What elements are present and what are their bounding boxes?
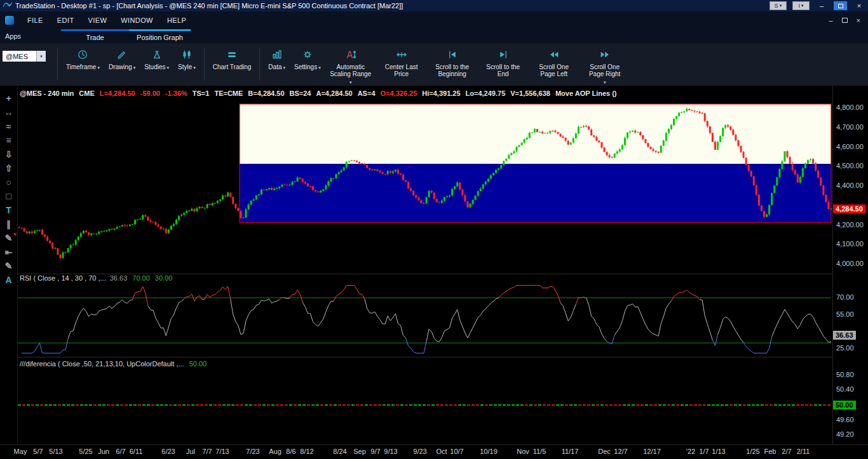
time-tick-label: 11/5 bbox=[533, 448, 546, 455]
style-button[interactable]: Style▾ bbox=[173, 43, 200, 71]
time-tick-label: 7/13 bbox=[215, 448, 229, 455]
close-button[interactable]: × bbox=[853, 2, 865, 10]
line-tools-tool[interactable]: ≡ bbox=[0, 133, 17, 147]
automatic-scaling-range-button[interactable]: Automatic Scaling Range▾ bbox=[325, 43, 376, 86]
symbol-input[interactable]: @MES ▾ bbox=[3, 51, 46, 62]
time-tick-label: Nov bbox=[517, 448, 529, 455]
drawing-toolbar: +↔≈≡⇩⇧○□T∥✎×⇤✎A bbox=[0, 86, 18, 444]
chart-canvas[interactable] bbox=[18, 86, 832, 444]
mdi-minimize-button[interactable]: – bbox=[829, 17, 832, 24]
timeframe-button[interactable]: Timeframe▾ bbox=[62, 43, 104, 71]
settings-button[interactable]: Settings▾ bbox=[290, 43, 325, 71]
drawing-button[interactable]: Drawing▾ bbox=[104, 43, 140, 71]
time-tick-label: 8/24 bbox=[333, 448, 346, 455]
chevron-down-icon[interactable]: ▾ bbox=[349, 79, 352, 86]
apps-label[interactable]: Apps bbox=[5, 32, 21, 40]
data-button[interactable]: Data▾ bbox=[264, 43, 290, 71]
pointer-move-tool[interactable]: ↔ bbox=[0, 105, 17, 119]
chart-trading-button[interactable]: Chart Trading bbox=[208, 43, 256, 70]
center-last-price-icon bbox=[396, 50, 407, 61]
auto-label-icon: A bbox=[5, 275, 11, 285]
titlebar-controls: S▾ I▾ – × bbox=[764, 1, 865, 11]
price-tick-label: 4,500.00 bbox=[836, 162, 864, 170]
chart-area[interactable]: @MES - 240 minCMEL=4,284.50-59.00-1.36%T… bbox=[18, 86, 832, 444]
parallel-lines-icon: ∥ bbox=[6, 219, 11, 229]
freehand-tool[interactable]: ≈ bbox=[0, 119, 17, 133]
price-tick-label: 49.60 bbox=[836, 416, 854, 424]
snap-left-tool[interactable]: ⇤ bbox=[0, 245, 17, 259]
pointer-move-icon: ↔ bbox=[4, 107, 13, 117]
time-tick-label: 11/17 bbox=[562, 448, 579, 455]
expand-down-icon: ⇩ bbox=[5, 149, 13, 159]
diferencia-indicator-label[interactable]: ///diferencia ( Close ,50, 21,13,10, UpC… bbox=[20, 360, 207, 368]
indicator-dropdown-button[interactable]: I▾ bbox=[792, 1, 810, 10]
price-tick-label: 4,100.00 bbox=[836, 240, 864, 248]
time-tick-label: Aug bbox=[269, 448, 281, 455]
center-last-price-button[interactable]: Center Last Price bbox=[376, 43, 427, 77]
text-tool[interactable]: T bbox=[0, 203, 17, 217]
symbol-dropdown-icon[interactable]: ▾ bbox=[36, 51, 46, 62]
crosshair-tool[interactable]: + bbox=[0, 91, 17, 105]
rectangle-icon: □ bbox=[6, 191, 11, 201]
time-tick-label: 2/11 bbox=[797, 448, 810, 455]
automatic-scaling-range-icon bbox=[345, 50, 356, 61]
status-segment: Move AOP Lines () bbox=[555, 90, 617, 97]
price-tick-label: 50.40 bbox=[836, 385, 854, 394]
tradestation-window: TradeStation - Desktop #1 - sp - [Chart … bbox=[0, 0, 868, 459]
time-tick-label: 8/12 bbox=[300, 448, 313, 455]
time-axis[interactable]: May5/75/135/25Jun6/76/116/23Jul7/77/137/… bbox=[0, 444, 868, 459]
text-icon: T bbox=[6, 205, 11, 215]
maximize-icon bbox=[838, 4, 843, 8]
toolbar-buttons: Timeframe▾Drawing▾Studies▾Style▾Chart Tr… bbox=[53, 43, 630, 86]
maximize-button[interactable] bbox=[834, 1, 847, 10]
mdi-close-button[interactable]: × bbox=[857, 17, 860, 24]
tradestation-logo-icon bbox=[3, 2, 12, 10]
chevron-down-icon[interactable]: ▾ bbox=[604, 79, 606, 86]
toolbar-separator bbox=[204, 48, 205, 81]
expand-down-tool[interactable]: ⇩ bbox=[0, 147, 17, 161]
scroll-one-page-left-icon bbox=[548, 50, 560, 61]
status-segment: TE=CME bbox=[214, 90, 243, 97]
parallel-lines-tool[interactable]: ∥ bbox=[0, 217, 17, 231]
toolbar-separator bbox=[259, 48, 260, 81]
price-tick-label: 4,600.00 bbox=[836, 143, 864, 151]
aop-rectangle bbox=[240, 104, 831, 223]
menu-view[interactable]: VIEW bbox=[81, 17, 114, 24]
rectangle-tool[interactable]: □ bbox=[0, 189, 17, 203]
expand-up-tool[interactable]: ⇧ bbox=[0, 161, 17, 175]
delete-drawing-tool[interactable]: ✎× bbox=[0, 231, 17, 245]
scroll-one-page-right-button[interactable]: Scroll One Page Right▾ bbox=[580, 43, 630, 86]
menu-file[interactable]: FILE bbox=[20, 17, 50, 24]
price-tick-label: 50.80 bbox=[836, 371, 854, 379]
time-tick-label: 7/7 bbox=[202, 448, 212, 455]
mdi-window-controls: – × bbox=[829, 17, 860, 24]
menu-help[interactable]: HELP bbox=[160, 17, 193, 24]
scroll-one-page-left-button[interactable]: Scroll One Page Left bbox=[529, 43, 580, 77]
scroll-to-end-button[interactable]: Scroll to the End bbox=[478, 43, 529, 77]
rsi-panel bbox=[18, 285, 831, 353]
status-segment: AS=4 bbox=[358, 90, 376, 97]
status-segment: TS=1 bbox=[193, 90, 210, 97]
price-tick-label: 25.00 bbox=[836, 344, 854, 352]
rsi-indicator-label[interactable]: RSI ( Close , 14 , 30 , 70 ,...36.6370.0… bbox=[20, 274, 172, 282]
chevron-down-icon: ▾ bbox=[801, 3, 804, 8]
studies-button[interactable]: Studies▾ bbox=[140, 43, 173, 71]
minimize-button[interactable]: – bbox=[816, 2, 827, 10]
eraser-tool[interactable]: ✎ bbox=[0, 259, 17, 273]
auto-label-tool[interactable]: A bbox=[0, 273, 17, 287]
menu-window[interactable]: WINDOW bbox=[114, 17, 160, 24]
tab-position-graph[interactable]: Position Graph bbox=[129, 29, 191, 43]
time-tick-label: May bbox=[14, 448, 27, 455]
time-tick-label: 6/11 bbox=[130, 448, 143, 455]
chevron-down-icon: ▾ bbox=[283, 65, 285, 70]
mdi-restore-button[interactable] bbox=[842, 18, 848, 23]
diferencia-value-badge: 50.00 bbox=[833, 401, 856, 409]
price-axis[interactable]: 4,800.004,700.004,600.004,500.004,400.00… bbox=[832, 86, 868, 444]
status-segment: -59.00 bbox=[140, 90, 160, 97]
strategy-dropdown-button[interactable]: S▾ bbox=[770, 1, 787, 10]
freehand-icon: ≈ bbox=[6, 121, 11, 131]
ellipse-tool[interactable]: ○ bbox=[0, 175, 17, 189]
menu-edit[interactable]: EDIT bbox=[50, 17, 81, 24]
tab-trade[interactable]: Trade bbox=[61, 29, 129, 43]
scroll-to-beginning-button[interactable]: Scroll to the Beginning bbox=[427, 43, 478, 77]
